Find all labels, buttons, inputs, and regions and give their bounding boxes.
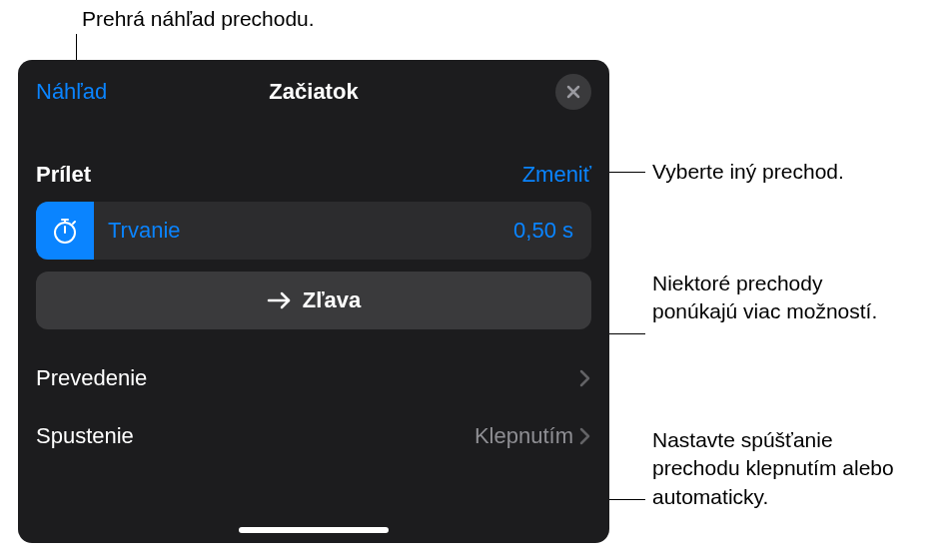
direction-button[interactable]: Zľava xyxy=(36,272,591,329)
chevron-right-icon xyxy=(579,369,591,387)
start-row[interactable]: Spustenie Klepnutím xyxy=(36,407,591,465)
arrow-right-icon xyxy=(267,290,293,310)
duration-icon-box xyxy=(36,202,94,260)
callout-preview: Prehrá náhľad prechodu. xyxy=(82,5,315,33)
start-value: Klepnutím xyxy=(475,423,573,449)
callout-direction: Niektoré prechody ponúkajú viac možností… xyxy=(652,270,892,326)
close-button[interactable] xyxy=(555,74,591,110)
preview-button[interactable]: Náhľad xyxy=(36,79,107,105)
panel-header: Náhľad Začiatok xyxy=(18,60,609,120)
duration-row[interactable]: Trvanie 0,50 s xyxy=(36,202,591,260)
svg-line-4 xyxy=(73,222,75,224)
duration-value: 0,50 s xyxy=(513,218,573,244)
transition-section: Prílet Zmeniť Trvanie 0,50 s Zľava xyxy=(18,162,609,465)
direction-label: Zľava xyxy=(303,287,362,313)
chevron-right-icon xyxy=(579,427,591,445)
panel-title: Začiatok xyxy=(269,79,358,105)
delivery-label: Prevedenie xyxy=(36,365,147,391)
callout-start: Nastavte spúšťanie prechodu klepnutím al… xyxy=(652,426,912,511)
duration-label: Trvanie xyxy=(108,218,513,244)
home-indicator[interactable] xyxy=(239,527,389,533)
transition-name: Prílet xyxy=(36,162,91,188)
callout-change: Vyberte iný prechod. xyxy=(652,158,844,186)
transition-panel: Náhľad Začiatok Prílet Zmeniť Trvan xyxy=(18,60,609,543)
stopwatch-icon xyxy=(49,215,81,247)
start-label: Spustenie xyxy=(36,423,134,449)
close-icon xyxy=(565,84,581,100)
change-button[interactable]: Zmeniť xyxy=(522,162,591,188)
section-header: Prílet Zmeniť xyxy=(36,162,591,188)
delivery-row[interactable]: Prevedenie xyxy=(36,349,591,407)
